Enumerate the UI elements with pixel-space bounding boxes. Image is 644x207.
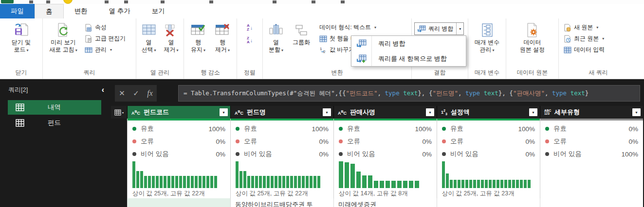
menu-item-merge-queries[interactable]: 쿼리 병합 <box>351 36 466 51</box>
sort-az-icon: AZ <box>247 24 250 32</box>
dropdown-caret[interactable]: ▾ <box>456 23 463 34</box>
dropdown-caret: ▾ <box>26 48 28 52</box>
cell[interactable] <box>437 198 540 207</box>
menu-item-merge-queries-as-new[interactable]: 쿼리를 새 항목으로 병합 <box>351 51 466 66</box>
split-column-icon <box>269 21 283 39</box>
valid-stat: 유효100% <box>236 122 329 135</box>
keep-rows-button[interactable]: 행유지▾ <box>186 20 210 54</box>
titlebar-fragment <box>105 0 109 3</box>
sort-descending-button[interactable]: ZA↓ <box>243 35 256 46</box>
dropdown-caret: ▾ <box>154 48 156 52</box>
error-dot-icon <box>236 139 239 143</box>
tab-file[interactable]: 파일 <box>0 4 35 18</box>
manage-button[interactable]: 관리▾ <box>85 46 126 54</box>
remove-rows-button[interactable]: 행제거▾ <box>210 20 235 54</box>
manage-icon <box>85 46 92 54</box>
sort-ascending-button[interactable]: AZ↓ <box>243 22 256 33</box>
merge-queries-button[interactable]: 쿼리 병합 ▾ <box>414 22 464 35</box>
refresh-preview-label: 미리 보기새로 고침▾ <box>49 39 77 54</box>
close-and-load-button[interactable]: 닫기 및로드▾ <box>4 20 39 54</box>
column-header-seller-name[interactable]: ABC 판매사명 ▼ <box>333 106 437 119</box>
remove-columns-button[interactable]: 열제거▾ <box>160 20 183 54</box>
user-avatar <box>63 0 73 4</box>
dropdown-caret: ▾ <box>281 48 283 52</box>
filter-dropdown-button[interactable]: ▼ <box>426 108 434 116</box>
ribbon: 닫기 및로드▾ 닫기 미리 보기새로 고침▾ <box>0 18 644 79</box>
tab-home[interactable]: 홈 <box>35 4 64 18</box>
cell[interactable]: 동양하이브리드배당주권 투 <box>230 198 333 207</box>
dropdown-caret: ▾ <box>110 48 112 52</box>
empty-dot-icon <box>442 152 446 156</box>
error-dot-icon <box>442 139 446 143</box>
keep-rows-label: 행유지▾ <box>191 39 205 54</box>
corner-gutter <box>111 119 127 198</box>
recent-sources-button[interactable]: 최근 원본▾ <box>564 34 605 43</box>
value-distribution-histogram <box>132 161 225 188</box>
error-dot-icon <box>132 139 136 143</box>
titlebar-fragment <box>273 0 276 3</box>
query-item-fund[interactable]: 펀드 <box>8 116 101 130</box>
dropdown-caret: ▾ <box>75 48 77 52</box>
ribbon-group-sort: AZ↓ ZA↓ 정렬 <box>237 18 263 79</box>
filter-dropdown-button[interactable]: ▼ <box>529 108 537 116</box>
properties-button[interactable]: 속성 <box>85 23 126 32</box>
error-stat: 오류0% <box>545 135 638 148</box>
column-header-fund-code[interactable]: ABC 펀드코드 ▼ <box>127 106 230 119</box>
value-distribution-histogram <box>236 161 329 188</box>
manage-parameters-button[interactable]: 매개 변수관리▾ <box>469 20 505 54</box>
group-by-button[interactable]: 그룹화 <box>288 20 314 46</box>
tab-add-column[interactable]: 열 추가 <box>98 4 141 18</box>
app-icon <box>1 0 14 3</box>
group-label-new-query: 새 쿼리 <box>559 69 638 79</box>
ribbon-group-parameters: 매개 변수관리▾ 매개 변수 <box>468 18 506 79</box>
new-source-button[interactable]: 새 원본▾ <box>564 23 605 32</box>
valid-dot-icon <box>339 127 343 131</box>
number-type-icon: 123 <box>441 108 447 116</box>
collapse-pane-icon[interactable]: ‹ <box>102 87 104 93</box>
text-type-icon: ABC <box>131 109 140 116</box>
data-source-settings-button[interactable]: 데이터원본 설정 <box>515 20 550 53</box>
cell[interactable]: 미래에셋증권 <box>333 198 437 207</box>
row-gutter <box>111 198 127 207</box>
split-column-label: 열분할▾ <box>269 39 283 54</box>
filter-dropdown-button[interactable]: ▼ <box>632 108 641 116</box>
advanced-editor-button[interactable]: 고급 편집기 <box>85 34 126 43</box>
query-item-naeyeok[interactable]: 내역 <box>8 100 101 115</box>
filter-dropdown-button[interactable]: ▼ <box>323 108 331 116</box>
cell[interactable] <box>540 198 643 207</box>
tab-view[interactable]: 보기 <box>141 4 176 18</box>
choose-columns-icon <box>142 21 156 39</box>
tab-transform[interactable]: 변환 <box>64 4 98 18</box>
filter-dropdown-button[interactable]: ▼ <box>220 108 228 116</box>
empty-stat: 비어 있음100% <box>545 148 638 160</box>
cell[interactable] <box>127 198 230 207</box>
group-by-label: 그룹화 <box>293 39 310 46</box>
valid-stat: 유효0% <box>545 122 638 135</box>
group-label-close: 닫기 <box>0 69 42 79</box>
data-type-button[interactable]: 데이터 형식: 텍스트▾ <box>319 23 387 32</box>
choose-columns-button[interactable]: 열선택▾ <box>138 20 160 54</box>
column-quality-panel: 유효100% 오류0% 비어 있음0% 상이 값 25개, 고유 값 22개 <box>127 119 230 198</box>
select-all-corner[interactable]: ▾ <box>111 106 127 119</box>
column-header-set-amount[interactable]: 123 설정액 ▼ <box>437 106 540 119</box>
cancel-formula-icon[interactable]: ✕ <box>119 89 125 98</box>
quick-access-icon <box>29 0 33 3</box>
group-label-transform: 변환 <box>263 69 411 79</box>
group-label-data-source: 데이터 원본 <box>506 69 558 79</box>
column-header-fund-name[interactable]: ABC 펀드명 ▼ <box>230 106 333 119</box>
formula-input[interactable]: = Table.TransformColumnTypes(#"승격된 헤더",{… <box>178 85 640 102</box>
ribbon-group-reduce-rows: 행유지▾ 행제거▾ 행 감소 <box>184 18 237 79</box>
refresh-preview-button[interactable]: 미리 보기새로 고침▾ <box>44 20 83 54</box>
keep-rows-icon <box>191 21 205 39</box>
column-header-sub-type[interactable]: ABC123 세부유형 ▼ <box>540 106 643 119</box>
value-distribution-histogram <box>339 161 432 188</box>
commit-formula-icon[interactable]: ✓ <box>133 89 139 98</box>
sort-down-arrow: ↓ <box>250 38 253 43</box>
value-distribution-histogram <box>545 161 638 188</box>
distinct-unique-caption: 상이 값 14개, 고유 값 8개 <box>334 188 437 198</box>
group-label-sort: 정렬 <box>237 69 262 79</box>
enter-data-button[interactable]: 데이터 입력 <box>564 46 605 54</box>
split-column-button[interactable]: 열분할▾ <box>264 20 288 54</box>
fx-icon[interactable]: fx <box>147 89 153 98</box>
valid-stat: 유효100% <box>442 122 535 135</box>
